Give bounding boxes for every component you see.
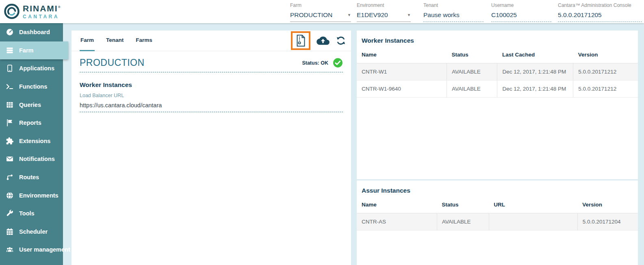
load-balancer-label: Load Balancer URL <box>80 93 343 98</box>
environment-select-label: Environment <box>357 2 411 8</box>
column-header: Version <box>577 200 638 213</box>
worker-instances-heading: Worker Instances <box>80 81 343 89</box>
table-row: CNTR-AS AVAILABLE 5.0.0.20171204 <box>357 213 638 230</box>
tenant-field: Tenant Pause works <box>423 2 484 22</box>
tenant-field-value: Pause works <box>423 11 460 19</box>
cloud-upload-icon <box>317 36 330 46</box>
farm-select-label: Farm <box>290 2 351 8</box>
tab-farm[interactable]: Farm <box>80 30 95 51</box>
cloud-upload-button[interactable] <box>317 36 330 46</box>
divider <box>80 72 343 72</box>
load-balancer-url: https://us.cantara.cloud/cantara <box>80 102 343 112</box>
table-row: CNTR-W1 AVAILABLE Dec 12, 2017, 1:21:48 … <box>357 63 638 80</box>
table-header-row: Name Status URL Version <box>357 200 638 213</box>
sidebar-item-tools[interactable]: Tools <box>0 204 63 223</box>
sidebar-item-user-management[interactable]: User management <box>0 241 63 259</box>
column-header: Name <box>357 200 437 213</box>
sidebar-item-functions[interactable]: Functions <box>0 78 63 96</box>
sidebar-item-farm[interactable]: Farm <box>0 41 68 60</box>
username-field: Username C100025 <box>491 2 551 22</box>
puzzle-icon <box>6 137 14 145</box>
console-version-label: Cantara™ Administration Console <box>558 2 642 8</box>
tab-farms[interactable]: Farms <box>135 30 153 51</box>
environment-select[interactable]: Environment E1DEV920▼ <box>357 2 411 22</box>
status-label: Status: OK <box>302 60 328 66</box>
route-icon <box>6 173 14 181</box>
dashboard-gauge-icon <box>6 28 14 36</box>
globe-icon <box>6 191 14 200</box>
sidebar-item-dashboard[interactable]: Dashboard <box>0 23 63 41</box>
sidebar-item-reports[interactable]: Reports <box>0 114 63 132</box>
table-header-row: Name Status Last Cached Version <box>357 50 638 63</box>
wrench-icon <box>6 209 14 217</box>
file-archive-button[interactable] <box>291 31 310 50</box>
sidebar-item-routes[interactable]: Routes <box>0 168 63 187</box>
flag-icon <box>6 119 14 127</box>
assur-instances-panel: Assur Instances Name Status URL Version … <box>357 180 638 265</box>
tenant-field-label: Tenant <box>423 2 484 8</box>
farm-status: Status: OK <box>302 58 343 68</box>
sidebar-item-notifications[interactable]: Notifications <box>0 150 63 168</box>
worker-instances-panel: Worker Instances Name Status Last Cached… <box>357 30 638 179</box>
app-header: RINAMI® CANTARA Farm PRODUCTION▼ Environ… <box>0 0 644 23</box>
brand-subname: CANTARA <box>23 14 61 19</box>
refresh-icon <box>336 35 346 46</box>
sidebar-item-extensions[interactable]: Extensions <box>0 132 63 150</box>
refresh-button[interactable] <box>336 35 346 46</box>
farm-name-title: PRODUCTION <box>80 57 145 68</box>
tablet-icon <box>6 64 14 72</box>
sidebar-item-environments[interactable]: Environments <box>0 186 63 204</box>
column-header: Name <box>357 50 447 63</box>
column-header: Status <box>447 50 497 63</box>
chevron-down-icon: ▼ <box>407 13 411 17</box>
farm-panel: Farm Tenant Farms <box>72 30 351 265</box>
farm-select-value: PRODUCTION <box>290 11 332 19</box>
column-header: Last Cached <box>497 50 573 63</box>
worker-instances-title: Worker Instances <box>357 30 638 50</box>
table-row: CNTR-W1-9640 AVAILABLE Dec 12, 2017, 1:2… <box>357 80 638 98</box>
tab-tenant[interactable]: Tenant <box>105 30 124 51</box>
sidebar: Dashboard Farm Applications Functions <box>0 23 63 265</box>
sidebar-item-scheduler[interactable]: Scheduler <box>0 223 63 241</box>
calendar-icon <box>6 228 14 236</box>
assur-instances-title: Assur Instances <box>357 180 638 200</box>
column-header: Status <box>437 200 489 213</box>
sidebar-item-queries[interactable]: Queries <box>0 96 63 114</box>
column-header: Version <box>573 50 638 63</box>
check-circle-icon <box>333 58 343 68</box>
users-icon <box>6 245 14 254</box>
console-version-value: 5.0.0.20171205 <box>558 11 602 19</box>
brand-text: RINAMI® CANTARA <box>23 4 61 19</box>
farm-select[interactable]: Farm PRODUCTION▼ <box>290 2 351 22</box>
environment-select-value: E1DEV920 <box>357 11 388 19</box>
farm-detail: PRODUCTION Status: OK Worker Instances L… <box>72 57 351 112</box>
brand-name: RINAMI® <box>23 4 61 13</box>
farm-tabbar: Farm Tenant Farms <box>72 30 351 51</box>
panel-actions <box>291 31 346 50</box>
worker-instances-table: Name Status Last Cached Version CNTR-W1 … <box>357 50 638 98</box>
sidebar-item-applications[interactable]: Applications <box>0 59 63 78</box>
username-field-value: C100025 <box>491 11 517 19</box>
username-field-label: Username <box>491 2 551 8</box>
file-archive-icon <box>296 35 306 47</box>
chevron-down-icon: ▼ <box>347 13 351 17</box>
terminal-icon <box>6 83 14 91</box>
server-icon <box>6 46 14 54</box>
console-version-field: Cantara™ Administration Console 5.0.0.20… <box>558 2 642 22</box>
assur-instances-table: Name Status URL Version CNTR-AS AVAILABL… <box>357 200 638 230</box>
envelope-icon <box>6 155 14 163</box>
brand-logo[interactable]: RINAMI® CANTARA <box>4 3 61 20</box>
column-header: URL <box>489 200 577 213</box>
rinami-swirl-icon <box>4 3 20 20</box>
table-grid-icon <box>6 101 14 109</box>
